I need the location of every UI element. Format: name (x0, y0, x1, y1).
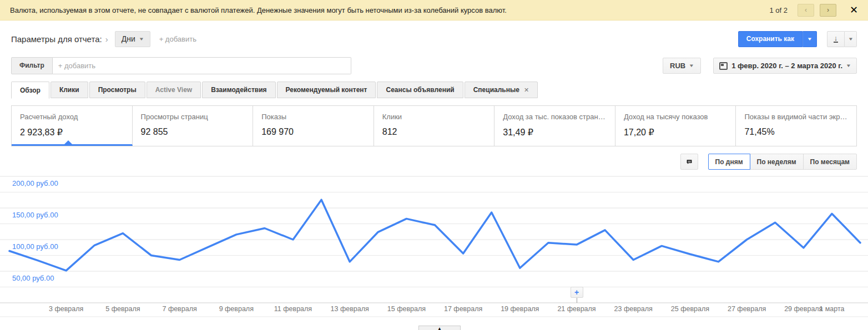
annotation-marker-button[interactable]: + (571, 287, 583, 298)
card-page-rpm[interactable]: Доход за тыс. показов страниц… 31,49 ₽ (494, 106, 615, 146)
card-page-views[interactable]: Просмотры страниц 92 855 (133, 106, 254, 146)
tab-recommended-content[interactable]: Рекомендуемый контент (277, 82, 376, 98)
export-split-button: ↓ ▼ (827, 31, 857, 47)
x-axis-label: 11 февраля (274, 305, 312, 313)
download-menu-button[interactable]: ▼ (845, 31, 857, 47)
y-axis-label: 50,00 руб.00 (12, 274, 54, 282)
x-axis-label: 13 февраля (331, 305, 369, 313)
caret-down-icon: ▼ (807, 37, 813, 42)
banner-pager: 1 of 2 (769, 6, 788, 14)
y-axis-label: 150,00 руб.00 (12, 211, 58, 219)
x-axis-label: 7 февраля (162, 305, 196, 313)
filter-label: Фильтр (11, 57, 53, 74)
selected-card-notch (64, 140, 72, 144)
tab-active-view[interactable]: Active View (147, 82, 201, 98)
x-axis-label: 3 февраля (49, 305, 83, 313)
currency-warning-banner: Валюта, используемая в этом отчете, не с… (0, 0, 868, 21)
date-range-button[interactable]: 1 февр. 2020 г. – 2 марта 2020 г. ▼ (713, 58, 857, 74)
banner-close-button[interactable]: ✕ (850, 4, 858, 16)
x-axis-label: 23 февраля (614, 305, 653, 313)
chart-controls: По дням По неделям По месяцам (680, 154, 857, 170)
adsense-report-page: Валюта, используемая в этом отчете, не с… (0, 0, 868, 330)
period-by-weeks-button[interactable]: По неделям (750, 154, 804, 170)
y-axis-label: 100,00 руб.00 (12, 242, 58, 251)
metric-cards: Расчетный доход 2 923,83 ₽ Просмотры стр… (11, 105, 857, 146)
page-title: Параметры для отчета: (11, 34, 102, 44)
x-axis-label: 1 марта (819, 305, 844, 313)
card-impressions[interactable]: Показы 169 970 (253, 106, 374, 146)
revenue-chart-svg: 50,00 руб.00100,00 руб.00150,00 руб.0020… (0, 172, 868, 322)
banner-next-button[interactable]: › (820, 4, 836, 17)
annotation-marker-stem (577, 298, 577, 303)
save-as-menu-button[interactable]: ▼ (803, 31, 817, 47)
revenue-line (9, 200, 860, 271)
card-impression-rpm[interactable]: Доход на тысячу показов 17,20 ₽ (615, 106, 736, 146)
filter-row: Фильтр RUB ▼ 1 февр. 2020 г. – 2 марта 2… (0, 57, 868, 74)
y-axis-label: 200,00 руб.00 (12, 179, 58, 187)
tab-ad-sessions[interactable]: Сеансы объявлений (377, 82, 463, 98)
chevron-left-icon: ‹ (805, 6, 807, 14)
tab-custom[interactable]: Специальные ✕ (465, 82, 538, 98)
currency-dropdown[interactable]: RUB ▼ (663, 58, 701, 74)
dimension-dropdown[interactable]: Дни ▼ (115, 31, 150, 47)
period-toggle-group: По дням По неделям По месяцам (708, 154, 857, 170)
save-as-split-button: Сохранить как ▼ (738, 31, 817, 47)
download-button[interactable]: ↓ (827, 31, 845, 47)
caret-down-icon: ▼ (846, 63, 851, 68)
chart-collapse-button[interactable]: ▲ (418, 326, 461, 330)
x-axis-label: 27 февраля (728, 305, 766, 313)
tab-overview[interactable]: Обзор (11, 82, 49, 99)
x-axis-label: 15 февраля (387, 305, 426, 313)
card-estimated-revenue[interactable]: Расчетный доход 2 923,83 ₽ (12, 106, 133, 146)
tab-views[interactable]: Просмотры (89, 82, 145, 98)
chevron-right-icon: › (827, 6, 829, 14)
x-axis-label: 9 февраля (219, 305, 254, 313)
filter-input[interactable] (53, 57, 351, 74)
tab-clicks[interactable]: Клики (51, 82, 88, 98)
save-as-button[interactable]: Сохранить как (738, 31, 803, 47)
download-icon: ↓ (834, 35, 839, 43)
close-icon: ✕ (850, 4, 858, 16)
card-viewability[interactable]: Показы в видимой части экрана 71,45% (736, 106, 856, 146)
x-axis-label: 29 февраля (784, 305, 822, 313)
arrow-up-icon: ▲ (437, 326, 442, 330)
x-axis-label: 19 февраля (501, 305, 539, 313)
revenue-chart: 50,00 руб.00100,00 руб.00150,00 руб.0020… (0, 172, 868, 322)
caret-down-icon: ▼ (139, 37, 144, 42)
tab-interactions[interactable]: Взаимодействия (202, 82, 275, 98)
annotations-button[interactable] (680, 154, 698, 170)
period-by-days-button[interactable]: По дням (708, 154, 750, 170)
x-axis-label: 25 февраля (671, 305, 709, 313)
x-axis-label: 5 февраля (105, 305, 140, 313)
add-dimension-link[interactable]: + добавить (159, 35, 196, 43)
speech-bubble-icon (687, 158, 692, 166)
banner-prev-button[interactable]: ‹ (798, 4, 814, 17)
report-toolbar: Параметры для отчета: › Дни ▼ + добавить… (0, 28, 868, 50)
card-clicks[interactable]: Клики 812 (374, 106, 495, 146)
close-icon[interactable]: ✕ (524, 82, 529, 98)
x-axis-label: 17 февраля (444, 305, 482, 313)
calendar-icon (719, 62, 728, 70)
caret-down-icon: ▼ (689, 63, 694, 68)
x-axis-label: 21 февраля (557, 305, 596, 313)
period-by-months-button[interactable]: По месяцам (803, 154, 857, 170)
caret-down-icon: ▼ (847, 37, 853, 42)
warning-text: Валюта, используемая в этом отчете, не с… (10, 6, 764, 14)
chevron-right-icon: › (105, 34, 108, 44)
report-tabs: Обзор Клики Просмотры Active View Взаимо… (11, 82, 857, 99)
